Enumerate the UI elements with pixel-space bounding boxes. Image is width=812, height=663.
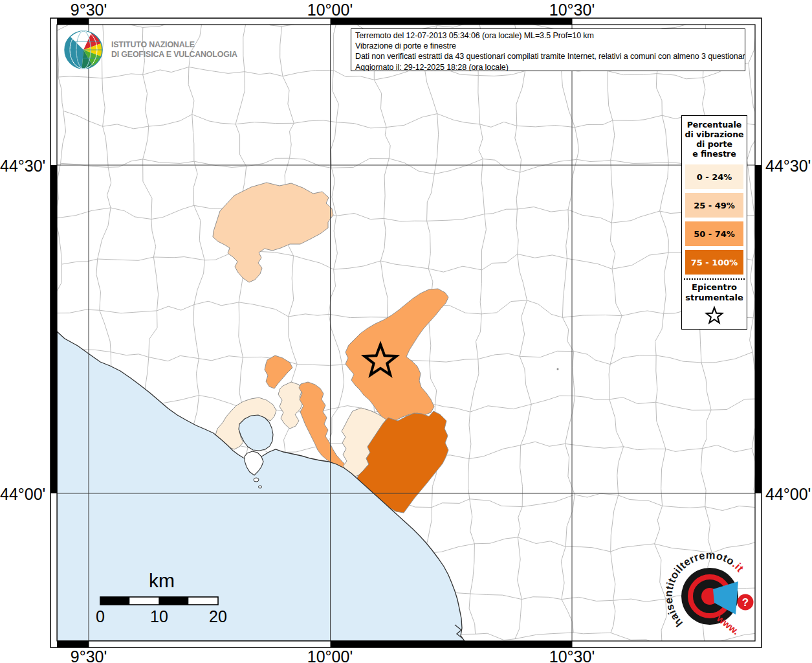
earthquake-info-box: Terremoto del 12-07-2013 05:34:06 (ora l… <box>351 28 745 71</box>
question-mark: ? <box>742 596 749 609</box>
info-line-question: Vibrazione di porte e finestre <box>355 41 741 51</box>
legend-class-75-100-: 75 - 100% <box>685 250 743 275</box>
map-svg: ?haisentitoilterremoto.itwww. <box>0 0 812 663</box>
lon-label-top-1: 9°30' <box>71 1 107 19</box>
ingv-branding: ISTITUTO NAZIONALE DI GEOFISICA E VULCAN… <box>62 28 248 70</box>
ingv-globe-spacer <box>62 28 104 70</box>
scale-tick: 20 <box>209 607 227 626</box>
ingv-line1: ISTITUTO NAZIONALE <box>111 39 237 50</box>
info-line-source: Dati non verificati estratti da 43 quest… <box>355 51 741 62</box>
lon-label-bottom-3: 10°30' <box>549 647 595 663</box>
legend-title-line: Percentuale <box>682 120 747 129</box>
legend-epicenter-line: Epicentro <box>682 282 747 293</box>
legend-epicenter-line: strumentale <box>682 293 747 303</box>
legend: Percentuale di vibrazione di porte e fin… <box>681 115 747 330</box>
legend-title-line: e finestre <box>682 149 747 159</box>
lat-label-right-1: 44°30' <box>765 157 811 175</box>
scale-bar-graphic <box>78 594 246 609</box>
ingv-institute-name: ISTITUTO NAZIONALE DI GEOFISICA E VULCAN… <box>111 39 237 60</box>
legend-divider <box>684 278 745 280</box>
info-line-updated: Aggiornato il: 29-12-2025 18:28 (ora loc… <box>355 62 741 71</box>
legend-epicenter-label: Epicentro strumentale <box>682 282 747 303</box>
legend-classes: 0 - 24%25 - 49%50 - 74%75 - 100% <box>682 164 747 275</box>
lat-label-right-2: 44°00' <box>765 485 811 504</box>
legend-title: Percentuale di vibrazione di porte e fin… <box>682 120 747 159</box>
lon-label-top-3: 10°30' <box>549 1 595 19</box>
lon-label-top-2: 10°00' <box>307 1 353 19</box>
lat-label-left-2: 44°00' <box>0 485 48 504</box>
lat-label-left-1: 44°30' <box>0 157 48 175</box>
info-line-event: Terremoto del 12-07-2013 05:34:06 (ora l… <box>355 30 741 41</box>
legend-title-line: di porte <box>682 139 747 149</box>
scale-tick: 0 <box>96 607 105 626</box>
legend-star-icon <box>682 304 747 328</box>
scale-bar-unit: km <box>100 570 223 592</box>
ingv-line2: DI GEOFISICA E VULCANOLOGIA <box>111 49 237 60</box>
legend-class-50-74-: 50 - 74% <box>685 221 743 246</box>
scale-tick: 10 <box>150 607 168 626</box>
legend-title-line: di vibrazione <box>682 129 747 139</box>
lon-label-bottom-2: 10°00' <box>307 647 353 663</box>
map-page: ?haisentitoilterremoto.itwww. 9°30' 10°0… <box>0 0 812 663</box>
legend-class-25-49-: 25 - 49% <box>685 193 743 218</box>
legend-class-0-24-: 0 - 24% <box>685 164 743 189</box>
lon-label-bottom-1: 9°30' <box>71 647 107 663</box>
